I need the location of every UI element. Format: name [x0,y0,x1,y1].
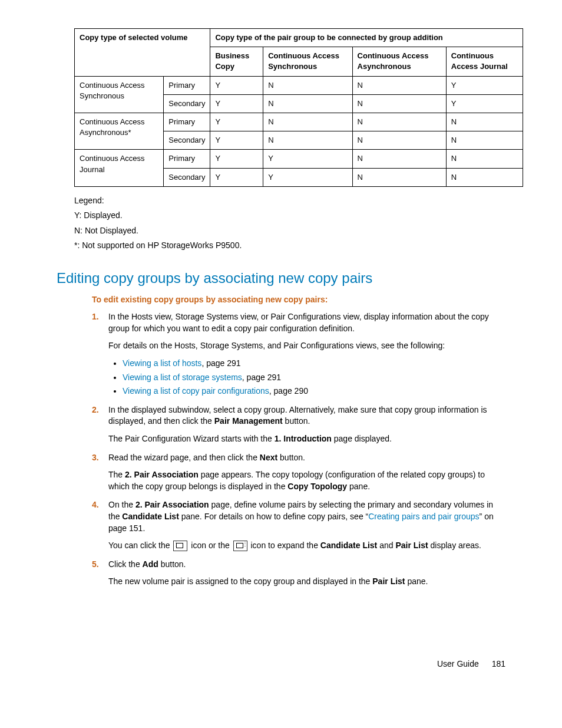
page-footer: User Guide 181 [57,658,505,670]
cell-val: Y [210,131,263,150]
table-row: Continuous Access Synchronous Primary Y … [75,76,523,94]
copy-type-table: Copy type of selected volume Copy type o… [74,28,523,187]
th-col-2: Continuous Access Asynchronous [352,47,446,76]
bold: Candidate List [122,512,178,521]
text: button. [158,559,186,569]
text: The Pair Configuration Wizard starts wit… [108,434,275,443]
step-5: 5. Click the Add button. The new volume … [92,559,505,588]
bold: Pair List [395,541,428,550]
expand-right-icon [233,541,247,551]
legend-title: Legend: [74,195,505,207]
cell-role: Primary [164,113,210,131]
text: pane. For details on how to define copy … [179,512,368,521]
cell-val: N [263,113,352,131]
cell-val: N [352,150,446,168]
expand-left-icon [173,541,187,551]
cell-val: N [352,94,446,113]
text: Read the wizard page, and then click the [108,453,260,462]
text: display areas. [428,541,481,550]
text: You can click the [108,541,172,550]
text: button. [283,416,310,426]
bold: Add [143,559,158,569]
cell-val: Y [446,94,523,113]
section-title: Editing copy groups by associating new c… [57,268,505,288]
cell-val: N [352,113,446,131]
table-row: Continuous Access Asynchronous* Primary … [75,113,523,131]
cell-role: Secondary [164,131,210,150]
text: On the [108,500,135,509]
cell-role: Secondary [164,168,210,186]
bold: 2. Pair Association [135,500,209,509]
link-pairconfig[interactable]: Viewing a list of copy pair configuratio… [123,386,269,396]
bold: Pair Management [214,416,283,426]
link-storage[interactable]: Viewing a list of storage systems [123,373,242,382]
cell-role: Secondary [164,94,210,113]
th-col-0: Business Copy [210,47,263,76]
cell-role: Primary [164,150,210,168]
cell-val: N [352,168,446,186]
cell-val: Y [210,150,263,168]
cell-val: Y [210,168,263,186]
table-row: Continuous Access Journal Primary Y Y N … [75,150,523,168]
th-super: Copy type of the pair group to be connec… [210,29,523,47]
cell-val: N [263,94,352,113]
bold: Candidate List [320,541,377,550]
cell-role: Primary [164,76,210,94]
bold: Pair List [372,577,405,586]
th-copy-type-selected: Copy type of selected volume [75,29,210,77]
step-4: 4. On the 2. Pair Association page, defi… [92,499,505,551]
link-page: , page 291 [201,358,240,368]
th-col-1: Continuous Access Synchronous [263,47,352,76]
link-hosts[interactable]: Viewing a list of hosts [123,358,201,368]
text: button. [277,453,305,462]
footer-label: User Guide [437,659,479,668]
step-3: 3. Read the wizard page, and then click … [92,452,505,493]
bold: Copy Topology [287,482,347,491]
cell-val: Y [446,76,523,94]
cell-val: Y [210,94,263,113]
text: icon to expand the [251,541,320,550]
step-num: 2. [92,404,99,416]
text: The new volume pair is assigned to the c… [108,577,372,586]
step-1-text: In the Hosts view, Storage Systems view,… [108,312,489,333]
link-page: , page 290 [269,386,308,396]
cell-val: N [446,113,523,131]
cell-type: Continuous Access Synchronous [75,76,164,113]
legend-star: *: Not supported on HP StorageWorks P950… [74,240,505,252]
cell-val: N [263,76,352,94]
text: pane. [347,482,370,491]
list-item: Viewing a list of storage systems, page … [123,372,505,384]
step-num: 1. [92,311,99,323]
section-subhead: To edit existing copy groups by associat… [92,294,505,306]
text: icon or the [191,541,232,550]
cell-val: Y [263,150,352,168]
link-creating-pairs[interactable]: Creating pairs and pair groups [368,512,479,521]
bold: 2. Pair Association [125,470,199,479]
step-2: 2. In the displayed subwindow, select a … [92,404,505,445]
link-page: , page 291 [242,373,281,382]
text: and [377,541,395,550]
text: page displayed. [332,434,392,443]
step-num: 4. [92,499,99,511]
footer-page-number: 181 [492,659,505,668]
bold: Next [260,453,277,462]
cell-type: Continuous Access Asynchronous* [75,113,164,149]
cell-val: N [352,76,446,94]
cell-val: N [446,150,523,168]
th-col-3: Continuous Access Journal [446,47,523,76]
cell-val: N [446,131,523,150]
list-item: Viewing a list of hosts, page 291 [123,358,505,370]
cell-type: Continuous Access Journal [75,150,164,186]
step-1: 1. In the Hosts view, Storage Systems vi… [92,311,505,397]
cell-val: Y [210,76,263,94]
cell-val: Y [263,168,352,186]
text: Click the [108,559,143,569]
cell-val: N [352,131,446,150]
legend-n: N: Not Displayed. [74,225,505,237]
step-num: 5. [92,559,99,571]
cell-val: N [446,168,523,186]
step-1-detail: For details on the Hosts, Storage System… [108,340,505,352]
legend-y: Y: Displayed. [74,210,505,222]
bold: 1. Introduction [275,434,332,443]
text: pane. [405,577,428,586]
